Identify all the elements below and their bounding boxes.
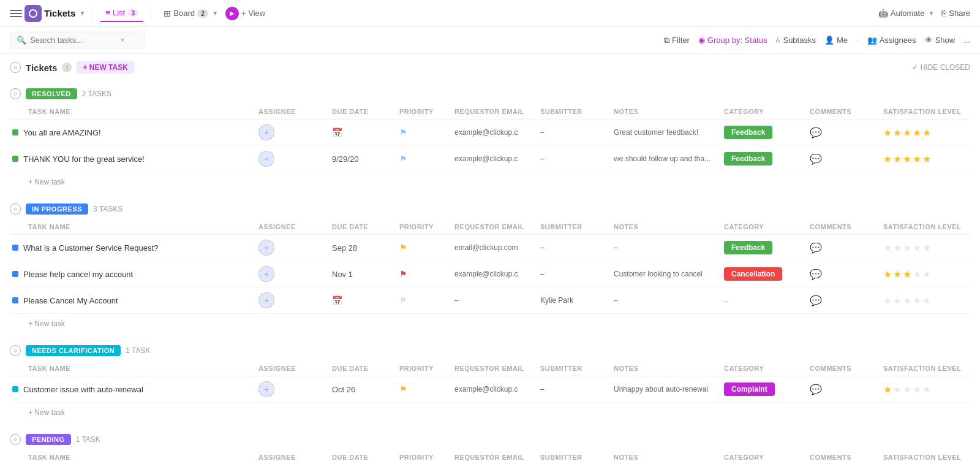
- assignee-avatar[interactable]: +: [258, 381, 274, 397]
- toolbar: 🔍 ▼ ⧉ Filter ◉ Group by: Status ⑃ Subtas…: [0, 27, 980, 54]
- table-row: Please Cancel My Account + 📅 ⚑ – Kylie P…: [10, 287, 970, 314]
- collapse-button-resolved[interactable]: ○: [10, 88, 21, 99]
- comment-icon[interactable]: 💬: [810, 295, 822, 306]
- star-empty: ★: [913, 295, 921, 306]
- category-badge: Feedback: [724, 126, 772, 139]
- add-assignee-icon[interactable]: +: [264, 296, 269, 305]
- requestor-email-cell: example@clickup.c: [450, 385, 535, 394]
- priority-flag[interactable]: ⚑: [399, 384, 407, 394]
- filter-button[interactable]: ⧉ Filter: [664, 36, 690, 45]
- add-assignee-icon[interactable]: +: [264, 128, 269, 137]
- col-header-email: REQUESTOR EMAIL: [450, 108, 535, 115]
- new-task-row: + New task: [10, 314, 970, 330]
- new-task-inline-button[interactable]: + New task: [28, 319, 65, 328]
- category-cell: Feedback: [719, 241, 805, 254]
- col-header-email: REQUESTOR EMAIL: [450, 454, 535, 461]
- add-view-button[interactable]: + View: [241, 9, 265, 18]
- add-assignee-icon[interactable]: +: [264, 154, 269, 163]
- comment-icon[interactable]: 💬: [810, 268, 822, 280]
- col-header-priority: PRIORITY: [394, 223, 450, 230]
- board-dropdown-arrow[interactable]: ▼: [212, 10, 218, 17]
- assignee-avatar[interactable]: +: [258, 124, 274, 140]
- star-empty: ★: [922, 242, 931, 254]
- comment-icon[interactable]: 💬: [810, 127, 822, 139]
- task-name[interactable]: THANK YOU for the great service!: [23, 154, 145, 164]
- collapse-tickets-button[interactable]: ○: [10, 62, 21, 73]
- info-icon[interactable]: i: [62, 63, 72, 72]
- search-dropdown-arrow[interactable]: ▼: [119, 37, 126, 44]
- add-assignee-icon[interactable]: +: [264, 243, 269, 252]
- notes-cell: we should follow up and tha...: [609, 154, 719, 163]
- group-inprogress: ○ IN PROGRESS 3 TASKS TASK NAME ASSIGNEE…: [10, 199, 970, 330]
- new-task-inline-button[interactable]: + New task: [28, 178, 65, 186]
- comment-icon[interactable]: 💬: [810, 384, 822, 395]
- collapse-button-inprogress[interactable]: ○: [10, 203, 21, 215]
- collapse-button-pending[interactable]: ○: [10, 434, 21, 445]
- assignee-avatar[interactable]: +: [258, 266, 274, 282]
- add-assignee-icon[interactable]: +: [264, 385, 269, 394]
- comment-icon[interactable]: 💬: [810, 242, 822, 254]
- notes-cell: –: [609, 296, 719, 305]
- stars: ★★★★★: [883, 384, 931, 395]
- hide-closed-button[interactable]: ✓ HIDE CLOSED: [912, 63, 970, 72]
- priority-flag[interactable]: ⚑: [399, 154, 407, 164]
- task-name[interactable]: You all are AMAZING!: [23, 128, 101, 137]
- col-header-assignee: ASSIGNEE: [254, 365, 327, 372]
- assignees-button[interactable]: 👥 Assignees: [867, 36, 916, 45]
- notes: –: [614, 243, 618, 252]
- nav-right: 🤖 Automate ▼ ⎘ Share: [878, 9, 970, 18]
- collapse-button-needs-clarification[interactable]: ○: [10, 345, 21, 356]
- assignee-cell: +: [254, 240, 327, 256]
- task-name[interactable]: What is a Customer Service Request?: [23, 243, 158, 253]
- divider: [92, 7, 93, 20]
- task-name[interactable]: Customer issue with auto-renewal: [23, 385, 143, 394]
- calendar-icon: 📅: [332, 295, 342, 305]
- me-button[interactable]: 👤 Me: [824, 36, 848, 45]
- new-task-button[interactable]: + NEW TASK: [77, 61, 134, 74]
- group-by-button[interactable]: ◉ Group by: Status: [698, 36, 767, 45]
- priority-flag[interactable]: ⚑: [399, 295, 407, 305]
- assignee-avatar[interactable]: +: [258, 292, 274, 308]
- priority-flag[interactable]: ⚑: [399, 243, 407, 253]
- star-filled: ★: [883, 268, 892, 280]
- task-count-inprogress: 3 TASKS: [93, 205, 123, 213]
- share-button[interactable]: ⎘ Share: [941, 9, 970, 18]
- star-empty: ★: [883, 242, 892, 254]
- automate-dropdown-arrow[interactable]: ▼: [928, 10, 934, 17]
- tab-board[interactable]: ⊞ Board 2 ▼: [159, 5, 223, 22]
- col-header-priority: PRIORITY: [394, 365, 450, 372]
- more-button[interactable]: ...: [963, 36, 970, 45]
- task-name[interactable]: Please Cancel My Account: [23, 296, 118, 305]
- task-name-cell: You all are AMAZING!: [10, 128, 254, 137]
- automate-button[interactable]: 🤖 Automate ▼: [878, 9, 935, 18]
- priority-flag[interactable]: ⚑: [399, 269, 407, 279]
- col-header-email: REQUESTOR EMAIL: [450, 223, 535, 230]
- priority-flag[interactable]: ⚑: [399, 127, 407, 137]
- search-input[interactable]: [30, 36, 116, 45]
- table-row: THANK YOU for the great service! + 9/29/…: [10, 146, 970, 172]
- comment-icon[interactable]: 💬: [810, 153, 822, 165]
- search-box[interactable]: 🔍 ▼: [10, 32, 145, 48]
- assignee-avatar[interactable]: +: [258, 151, 274, 167]
- add-assignee-icon[interactable]: +: [264, 270, 269, 278]
- filter-icon: ⧉: [664, 36, 669, 45]
- assignee-avatar[interactable]: +: [258, 240, 274, 256]
- show-button[interactable]: 👁 Show: [925, 36, 956, 45]
- comments-cell: 💬: [805, 268, 878, 280]
- star-empty: ★: [913, 268, 921, 280]
- play-button[interactable]: ▶: [225, 7, 239, 20]
- table-header-resolved: TASK NAME ASSIGNEE DUE DATE PRIORITY REQ…: [10, 104, 970, 120]
- task-color-indicator: [12, 245, 18, 251]
- group-header-pending: ○ PENDING 1 TASK: [10, 429, 970, 450]
- star-empty: ★: [913, 242, 921, 254]
- title-dropdown-arrow[interactable]: ▼: [79, 10, 85, 17]
- category-empty: –: [724, 296, 728, 305]
- new-task-inline-button[interactable]: + New task: [28, 408, 65, 417]
- email: example@clickup.c: [454, 385, 518, 394]
- hamburger-icon[interactable]: [10, 7, 22, 20]
- notes-cell: Customer looking to cancel: [609, 270, 719, 278]
- tab-list[interactable]: ≡ List 3: [100, 4, 143, 22]
- subtasks-button[interactable]: ⑃ Subtasks: [775, 36, 815, 45]
- task-name[interactable]: Please help cancel my account: [23, 270, 133, 279]
- comments-cell: 💬: [805, 384, 878, 395]
